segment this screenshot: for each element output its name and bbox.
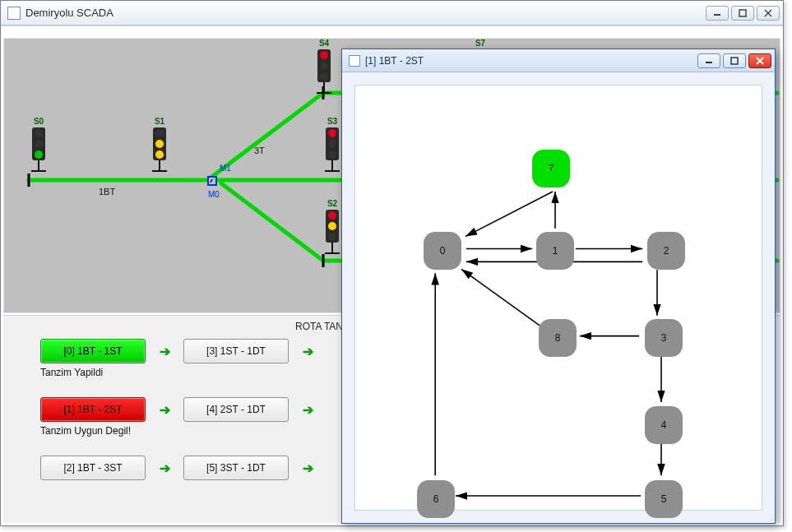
graph-node-7[interactable]: 7 — [532, 150, 570, 187]
main-title: Demiryolu SCADA — [25, 7, 113, 19]
minimize-button[interactable] — [706, 6, 729, 21]
maximize-icon — [730, 57, 739, 65]
route-row-0: [0] 1BT - 1ST ➔ [3] 1ST - 1DT ➔ — [40, 339, 317, 363]
close-icon — [756, 57, 764, 65]
switch-label-M0: M0 — [208, 190, 220, 199]
route-button-3[interactable]: [3] 1ST - 1DT — [183, 339, 289, 363]
graph-title: [1] 1BT - 2ST — [365, 55, 424, 67]
graph-node-5[interactable]: 5 — [645, 480, 683, 518]
svg-rect-13 — [731, 58, 738, 64]
arrow-icon: ➔ — [299, 400, 317, 419]
graph-node-8[interactable]: 8 — [539, 319, 577, 357]
graph-maximize-button[interactable] — [723, 53, 746, 68]
graph-node-4[interactable]: 4 — [645, 406, 683, 444]
switch-label-M1: M1 — [220, 164, 231, 173]
graph-node-2[interactable]: 2 — [647, 232, 685, 270]
close-button[interactable] — [757, 6, 780, 21]
route-button-5[interactable]: [5] 3ST - 1DT — [183, 456, 289, 480]
switch-M0[interactable] — [207, 176, 217, 186]
arrow-icon: ➔ — [155, 459, 174, 477]
arrow-icon: ➔ — [299, 459, 317, 477]
signal-S4[interactable]: S4 — [317, 39, 331, 94]
graph-node-6[interactable]: 6 — [417, 480, 455, 518]
arrow-icon: ➔ — [299, 342, 317, 360]
graph-node-3[interactable]: 3 — [645, 319, 683, 357]
route-row-1: [1] 1BT - 2ST ➔ [4] 2ST - 1DT ➔ — [40, 397, 317, 422]
status-tanzim-yapildi: Tanzim Yapildi — [40, 367, 103, 378]
minimize-icon — [705, 57, 713, 65]
svg-line-7 — [221, 183, 323, 261]
svg-line-16 — [465, 192, 553, 237]
graph-canvas: 7 0 1 2 8 3 4 5 6 — [354, 85, 762, 511]
track-label-1BT: 1BT — [99, 187, 115, 197]
svg-rect-1 — [739, 10, 746, 16]
signal-S1[interactable]: S1 — [152, 117, 167, 172]
minimize-icon — [713, 9, 721, 17]
graph-node-1[interactable]: 1 — [536, 232, 574, 270]
app-icon — [7, 7, 21, 20]
route-button-1[interactable]: [1] 1BT - 2ST — [40, 397, 146, 422]
maximize-button[interactable] — [731, 6, 754, 21]
track-label-3T: 3T — [254, 146, 265, 155]
signal-S2[interactable]: S2 — [325, 199, 340, 254]
route-button-2[interactable]: [2] 1BT - 3ST — [40, 456, 146, 480]
graph-app-icon — [349, 55, 360, 67]
svg-line-22 — [461, 269, 540, 326]
route-button-0[interactable]: [0] 1BT - 1ST — [40, 339, 146, 363]
status-tanzim-uygun-degil: Tanzim Uygun Degil! — [40, 425, 131, 437]
signal-S0[interactable]: S0 — [31, 117, 46, 172]
route-row-2: [2] 1BT - 3ST ➔ [5] 3ST - 1DT ➔ — [40, 456, 317, 480]
graph-titlebar[interactable]: [1] 1BT - 2ST — [342, 49, 775, 72]
close-icon — [764, 9, 772, 17]
graph-node-0[interactable]: 0 — [424, 232, 461, 270]
graph-close-button[interactable] — [748, 53, 771, 68]
main-titlebar[interactable]: Demiryolu SCADA — [1, 1, 783, 25]
maximize-icon — [739, 9, 747, 17]
arrow-icon: ➔ — [155, 342, 174, 360]
arrow-icon: ➔ — [155, 400, 174, 419]
graph-window[interactable]: [1] 1BT - 2ST — [341, 49, 776, 524]
graph-minimize-button[interactable] — [697, 53, 720, 68]
signal-S3[interactable]: S3 — [325, 117, 340, 172]
route-button-4[interactable]: [4] 2ST - 1DT — [183, 397, 289, 422]
